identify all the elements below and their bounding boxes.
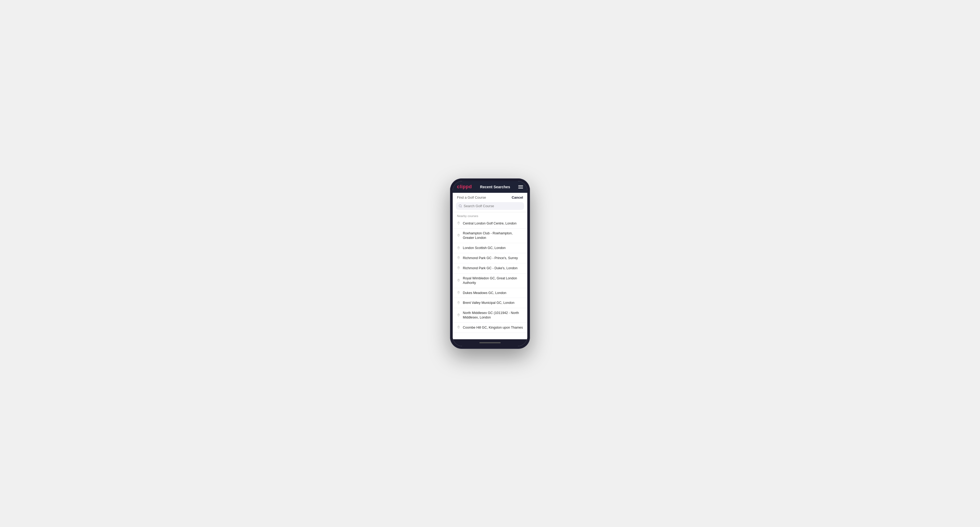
course-name: Royal Wimbledon GC, Great London Authori…	[463, 276, 523, 285]
course-list: Central London Golf Centre, London Roeha…	[453, 219, 527, 339]
app-logo: clippd	[457, 184, 472, 190]
search-input-wrap[interactable]	[456, 202, 524, 210]
course-name: Brent Valley Municipal GC, London	[463, 301, 514, 305]
location-pin-icon	[457, 234, 460, 238]
course-item[interactable]: London Scottish GC, London	[453, 243, 527, 253]
find-header: Find a Golf Course Cancel	[453, 193, 527, 201]
course-item[interactable]: Central London Golf Centre, London	[453, 219, 527, 229]
course-item[interactable]: Dukes Meadows GC, London	[453, 288, 527, 298]
course-item[interactable]: North Middlesex GC (1011942 - North Midd…	[453, 308, 527, 323]
cancel-button[interactable]: Cancel	[512, 195, 523, 200]
course-name: Central London Golf Centre, London	[463, 221, 517, 226]
svg-point-6	[458, 267, 459, 268]
nav-bar: clippd Recent Searches	[453, 181, 527, 193]
course-name: Dukes Meadows GC, London	[463, 291, 506, 295]
location-pin-icon	[457, 279, 460, 283]
nearby-section-label: Nearby courses	[453, 212, 527, 219]
course-item[interactable]: Richmond Park GC - Prince's, Surrey	[453, 253, 527, 264]
course-name: Richmond Park GC - Prince's, Surrey	[463, 256, 518, 260]
location-pin-icon	[457, 313, 460, 317]
course-name: London Scottish GC, London	[463, 246, 506, 250]
search-input[interactable]	[464, 204, 522, 208]
course-name: North Middlesex GC (1011942 - North Midd…	[463, 311, 523, 320]
phone-device: clippd Recent Searches Find a Golf Cours…	[450, 178, 530, 349]
location-pin-icon	[457, 291, 460, 295]
location-pin-icon	[457, 326, 460, 329]
phone-screen: clippd Recent Searches Find a Golf Cours…	[453, 181, 527, 346]
location-pin-icon	[457, 246, 460, 250]
nav-title: Recent Searches	[480, 185, 510, 189]
find-title: Find a Golf Course	[457, 195, 486, 200]
home-indicator	[453, 339, 527, 346]
svg-point-2	[458, 222, 459, 223]
course-name: Coombe Hill GC, Kingston upon Thames	[463, 325, 523, 330]
course-item[interactable]: Coombe Hill GC, Kingston upon Thames	[453, 323, 527, 333]
svg-point-11	[458, 327, 459, 327]
location-pin-icon	[457, 222, 460, 225]
location-pin-icon	[457, 256, 460, 260]
course-name: Richmond Park GC - Duke's, London	[463, 266, 517, 271]
location-pin-icon	[457, 301, 460, 305]
course-item[interactable]: Royal Wimbledon GC, Great London Authori…	[453, 273, 527, 288]
svg-point-5	[458, 257, 459, 258]
course-item[interactable]: Brent Valley Municipal GC, London	[453, 298, 527, 308]
course-item[interactable]: Roehampton Club - Roehampton, Greater Lo…	[453, 229, 527, 243]
home-bar	[479, 342, 501, 343]
svg-point-9	[458, 302, 459, 303]
svg-point-8	[458, 292, 459, 293]
menu-icon[interactable]	[518, 185, 523, 189]
svg-point-10	[458, 314, 459, 315]
svg-point-4	[458, 247, 459, 248]
search-icon	[458, 204, 462, 208]
svg-point-3	[458, 235, 459, 236]
course-item[interactable]: Richmond Park GC - Duke's, London	[453, 264, 527, 273]
main-content: Find a Golf Course Cancel Nearby courses	[453, 193, 527, 339]
svg-line-1	[461, 206, 461, 207]
svg-point-7	[458, 279, 459, 280]
location-pin-icon	[457, 266, 460, 270]
course-name: Roehampton Club - Roehampton, Greater Lo…	[463, 231, 523, 240]
search-container	[453, 201, 527, 212]
